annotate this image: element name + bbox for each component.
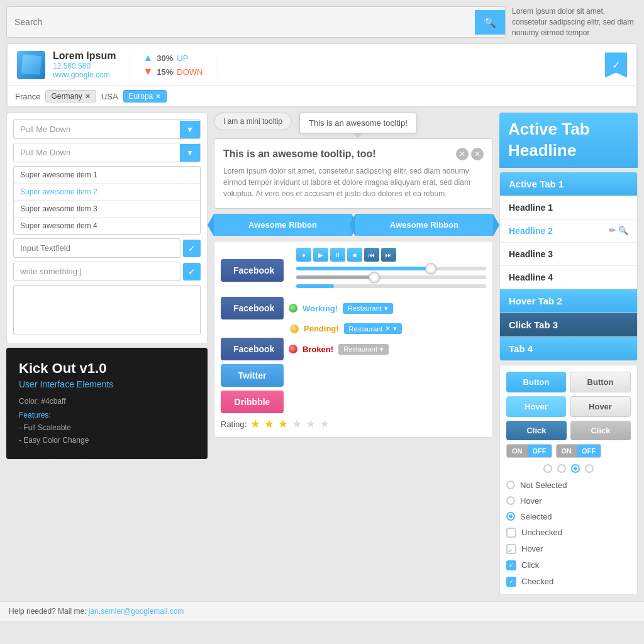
facebook-button-2[interactable]: Facebook — [221, 297, 284, 319]
footer-email[interactable]: jan.semler@googlemail.com — [89, 607, 184, 616]
star-5[interactable]: ★ — [306, 417, 316, 431]
tab-active-1[interactable]: Active Tab 1 — [500, 172, 637, 196]
tab-item-3[interactable]: Headline 3 — [500, 242, 637, 265]
search-button[interactable]: 🔍 — [475, 10, 505, 35]
radio-not-selected[interactable]: Not Selected — [506, 479, 631, 491]
dropdown-1-arrow[interactable]: ▼ — [180, 121, 200, 138]
tab-item-1[interactable]: Headline 1 — [500, 196, 637, 219]
dribbble-button[interactable]: Dribbble — [221, 391, 284, 413]
facebook-button-3[interactable]: Facebook — [221, 338, 284, 360]
list-item[interactable]: Super awesome item 1 — [14, 167, 200, 184]
twitter-button[interactable]: Twitter — [221, 364, 284, 387]
tag-europa[interactable]: Europa ✕ — [123, 90, 167, 103]
list-item[interactable]: Super awesome item 4 — [14, 218, 200, 234]
button-blue-1[interactable]: Button — [506, 372, 566, 392]
input-textfield[interactable] — [13, 238, 180, 258]
button-hover-1[interactable]: Hover — [506, 396, 566, 417]
button-hover-2[interactable]: Hover — [570, 396, 631, 417]
button-click-1[interactable]: Click — [506, 421, 567, 440]
button-gray-1[interactable]: Button — [570, 372, 631, 392]
tab-click-3[interactable]: Click Tab 3 — [500, 313, 637, 336]
media-rew-btn[interactable]: ⏮ — [364, 248, 379, 262]
bookmark-icon: ✓ — [605, 52, 627, 77]
write-something-input[interactable] — [13, 262, 180, 281]
input-check-button[interactable]: ✓ — [183, 240, 201, 257]
media-pause-btn[interactable]: ⏸ — [330, 248, 345, 262]
tag-germany-remove[interactable]: ✕ — [85, 92, 91, 101]
rating-label: Rating: — [221, 419, 247, 429]
checkbox-click-label: Click — [521, 560, 539, 570]
dark-box-feature1: - Full Scaleable — [19, 422, 195, 434]
tag-x2[interactable]: ✕ — [385, 325, 391, 333]
profile-card: Lorem Ipsum 12.580.580 www.google.com ▲ … — [7, 43, 637, 86]
star-4[interactable]: ★ — [292, 417, 302, 431]
buttons-panel: Button Button Hover Hover Click Click ON… — [499, 365, 638, 595]
radio-selected[interactable]: Selected — [506, 511, 631, 523]
list-item[interactable]: Super awesome item 2 — [14, 184, 200, 201]
radio-not-selected-label: Not Selected — [520, 480, 567, 490]
search-icon-small[interactable]: 🔍 — [618, 226, 628, 235]
checkbox-click[interactable]: ✓ Click — [506, 559, 631, 572]
close-x2-icon[interactable]: ✕ — [471, 148, 484, 160]
lorem-text: Lorem ipsum dolor sit amet, consetetur s… — [512, 6, 638, 38]
rating-row: Rating: ★ ★ ★ ★ ★ ★ — [221, 417, 486, 431]
radio-selected-label: Selected — [520, 512, 552, 521]
tooltip-box-body: Lorem ipsum dolor sit amet, consetetur s… — [223, 165, 484, 199]
tab-hover-2[interactable]: Hover Tab 2 — [500, 289, 637, 313]
dropdown-2-arrow[interactable]: ▼ — [180, 144, 200, 162]
list-item[interactable]: Super awesome item 3 — [14, 201, 200, 218]
media-play-btn[interactable]: ● — [296, 248, 311, 262]
search-input[interactable] — [7, 12, 475, 32]
radio-hover[interactable]: Hover — [506, 495, 631, 507]
tag-germany[interactable]: Germany ✕ — [45, 90, 96, 103]
textarea[interactable] — [13, 285, 201, 335]
media-controls: ● ▶ ⏸ ■ ⏮ ⏭ — [296, 248, 486, 262]
media-play2-btn[interactable]: ▶ — [313, 248, 328, 262]
tag-arrow2: ▾ — [393, 325, 397, 333]
tab-item-2[interactable]: Headline 2 ✏ 🔍 — [500, 219, 637, 242]
checkbox-hover[interactable]: ✓ Hover — [506, 543, 631, 555]
media-stop-btn[interactable]: ■ — [347, 248, 362, 262]
checkbox-unchecked[interactable]: Unchecked — [506, 526, 631, 539]
dark-box-subtitle: User Interface Elements — [19, 379, 195, 389]
status-pending: Pending! — [304, 324, 339, 333]
tab-item-4[interactable]: Headline 4 — [500, 265, 637, 289]
checkbox-checked[interactable]: ✓ Checked — [506, 575, 631, 588]
checkbox-checked-label: Checked — [521, 577, 553, 586]
star-6[interactable]: ★ — [319, 417, 330, 431]
profile-stat1: 12.580.580 — [53, 62, 116, 70]
dropdown-1[interactable]: Pull Me Down ▼ — [13, 119, 201, 139]
star-1[interactable]: ★ — [250, 417, 260, 431]
dropdown-2[interactable]: Pull Me Down ▼ — [13, 143, 201, 162]
dropdown-2-label: Pull Me Down — [14, 143, 180, 162]
social-panel: Facebook ● ▶ ⏸ ■ ⏮ ⏭ — [214, 241, 493, 438]
radio-dot-4[interactable] — [585, 464, 594, 473]
tag-badge-3: Restaurant ▾ — [338, 344, 389, 355]
media-fwd-btn[interactable]: ⏭ — [381, 248, 396, 262]
input-row-1: ✓ — [13, 238, 201, 258]
dropdown-list: Super awesome item 1 Super awesome item … — [13, 166, 201, 235]
button-click-2[interactable]: Click — [570, 421, 631, 440]
write-check-button[interactable]: ✓ — [183, 263, 201, 280]
dark-box-title: Kick Out v1.0 — [19, 360, 195, 377]
tab-4[interactable]: Tab 4 — [500, 336, 637, 360]
down-arrow-icon: ▼ — [143, 66, 153, 77]
pencil-icon[interactable]: ✏ — [609, 226, 616, 235]
star-2[interactable]: ★ — [264, 417, 274, 431]
down-percent: 15% — [157, 67, 173, 77]
toggle-on-label: ON — [507, 445, 528, 457]
toggle-off-label: OFF — [528, 445, 552, 457]
down-label: DOWN — [177, 67, 203, 77]
up-arrow-icon: ▲ — [143, 52, 153, 64]
facebook-button-1[interactable]: Facebook — [221, 259, 284, 282]
radio-dot-2[interactable] — [557, 464, 566, 473]
toggle-2[interactable]: ON OFF — [556, 444, 602, 458]
radio-dot-1[interactable] — [543, 464, 552, 473]
stats-section: ▲ 30% UP ▼ 15% DOWN — [130, 52, 216, 77]
profile-info: Lorem Ipsum 12.580.580 www.google.com — [53, 50, 116, 79]
radio-dot-3-selected[interactable] — [571, 464, 580, 473]
star-3[interactable]: ★ — [278, 417, 288, 431]
toggle-1[interactable]: ON OFF — [506, 444, 552, 458]
close-x-icon[interactable]: ✕ — [456, 148, 469, 160]
tag-europa-remove[interactable]: ✕ — [155, 92, 161, 101]
